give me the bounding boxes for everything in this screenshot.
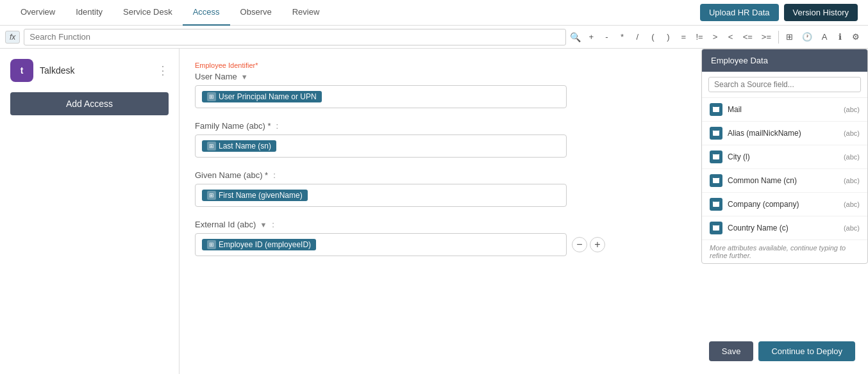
operator-plus[interactable]: + [585,31,597,43]
operator-less[interactable]: < [724,31,737,43]
nav-overview[interactable]: Overview [10,0,65,26]
given-name-label: Given Name (abc) * [195,170,268,180]
dropdown-arrow-icon[interactable]: ▼ [241,73,248,81]
operator-divide[interactable]: / [631,31,644,43]
sidebar-header: t Talkdesk ⋮ [10,59,169,82]
grid-icon-button[interactable]: ⊞ [783,31,796,43]
family-name-colon: : [276,121,278,131]
nav-observe[interactable]: Observe [230,0,282,26]
country-type: (abc) [844,224,860,232]
version-history-button[interactable]: Version History [784,4,858,21]
employee-search-input[interactable] [708,77,861,92]
save-button[interactable]: Save [709,341,754,361]
country-name: Country Name (c) [728,224,839,232]
ext-token-icon: ⊞ [207,240,216,249]
employee-search-container [702,72,867,98]
search-icon[interactable]: 🔍 [570,32,581,42]
nav-review[interactable]: Review [282,0,330,26]
main-content: Employee Identifier* User Name ▼ ⊞ User … [179,49,868,374]
city-icon [710,150,722,163]
given-name-input-row: ⊞ First Name (givenName) [195,184,567,207]
formula-bar: fx 🔍 + - * / ( ) = != > < <= >= ⊞ 🕐 A ℹ … [0,26,868,49]
nav-service-desk[interactable]: Service Desk [113,0,183,26]
remove-field-button[interactable]: − [572,237,587,252]
app-logo: t [10,59,33,82]
company-icon [710,198,722,211]
family-name-input-row: ⊞ Last Name (sn) [195,134,567,158]
bottom-action-bar: Save Continue to Deploy [709,341,855,361]
employee-list: Mail (abc) Alias (mailNickName) (abc) Ci… [702,98,867,240]
employee-item-country[interactable]: Country Name (c) (abc) [702,216,867,240]
cn-icon [710,174,722,187]
mail-icon [710,103,722,116]
alias-type: (abc) [844,129,860,137]
operator-open-paren[interactable]: ( [646,31,659,43]
cn-name: Common Name (cn) [728,176,839,185]
info-icon-button[interactable]: ℹ [833,31,846,43]
add-field-button[interactable]: + [590,237,605,252]
separator [778,31,779,44]
alias-name: Alias (mailNickName) [728,129,839,138]
formula-toolbar: + - * / ( ) = != > < <= >= ⊞ 🕐 A ℹ ⚙ [585,31,863,44]
clock-icon-button[interactable]: 🕐 [799,31,815,43]
text-icon-button[interactable]: A [818,31,831,43]
operator-equals[interactable]: = [677,31,690,43]
nav-identity[interactable]: Identity [65,0,113,26]
given-token-icon: ⊞ [207,191,216,200]
more-options-icon[interactable]: ⋮ [157,63,169,77]
city-name: City (l) [728,152,839,161]
external-id-colon: : [272,220,274,229]
add-access-button[interactable]: Add Access [10,92,169,115]
settings-icon-button[interactable]: ⚙ [849,31,863,43]
main-layout: t Talkdesk ⋮ Add Access Employee Identif… [0,49,868,374]
user-name-label: User Name [195,72,237,81]
external-id-dropdown-icon[interactable]: ▼ [260,221,267,229]
upn-input-row: ⊞ User Principal Name or UPN [195,85,567,108]
app-name: Talkdesk [40,65,157,76]
company-type: (abc) [844,200,860,208]
given-name-colon: : [273,170,276,180]
external-id-token[interactable]: ⊞ Employee ID (employeeID) [202,239,316,250]
operator-minus[interactable]: - [600,31,613,43]
operator-greater[interactable]: > [709,31,722,43]
search-function-input[interactable] [24,29,566,45]
alias-icon [710,127,722,140]
family-name-token[interactable]: ⊞ Last Name (sn) [202,140,276,152]
upn-token[interactable]: ⊞ User Principal Name or UPN [202,91,322,102]
mail-name: Mail [728,105,839,114]
city-type: (abc) [844,153,860,161]
nav-right-buttons: Upload HR Data Version History [700,4,858,21]
upn-token-label: User Principal Name or UPN [219,92,317,101]
cn-type: (abc) [844,177,860,184]
continue-to-deploy-button[interactable]: Continue to Deploy [758,341,855,361]
operator-gte[interactable]: >= [758,31,774,43]
external-id-token-label: Employee ID (employeeID) [219,240,311,249]
operator-multiply[interactable]: * [615,31,628,43]
employee-data-panel: Employee Data Mail (abc) Alias (mailNick… [701,49,868,264]
operator-lte[interactable]: <= [740,31,756,43]
action-buttons: − + [572,237,605,252]
employee-panel-note: More attributes available, continue typi… [702,240,867,263]
nav-items: Overview Identity Service Desk Access Ob… [10,0,700,26]
nav-access[interactable]: Access [183,0,230,26]
operator-not-equals[interactable]: != [692,31,706,43]
employee-item-mail[interactable]: Mail (abc) [702,98,867,122]
employee-panel-header: Employee Data [702,49,867,72]
fx-badge: fx [5,31,20,44]
given-name-token-label: First Name (givenName) [219,191,303,200]
employee-item-cn[interactable]: Common Name (cn) (abc) [702,169,867,193]
family-name-token-label: Last Name (sn) [219,142,271,150]
given-name-token[interactable]: ⊞ First Name (givenName) [202,190,308,201]
upload-hr-data-button[interactable]: Upload HR Data [700,4,779,21]
employee-item-company[interactable]: Company (company) (abc) [702,193,867,216]
token-icon: ⊞ [207,92,216,101]
company-name: Company (company) [728,200,839,209]
top-navigation: Overview Identity Service Desk Access Ob… [0,0,868,26]
operator-close-paren[interactable]: ) [662,31,674,43]
employee-item-city[interactable]: City (l) (abc) [702,145,867,169]
mail-type: (abc) [844,106,860,113]
employee-item-alias[interactable]: Alias (mailNickName) (abc) [702,122,867,145]
external-id-label: External Id (abc) [195,220,256,229]
sidebar: t Talkdesk ⋮ Add Access [0,49,179,374]
family-name-label: Family Name (abc) * [195,121,271,131]
